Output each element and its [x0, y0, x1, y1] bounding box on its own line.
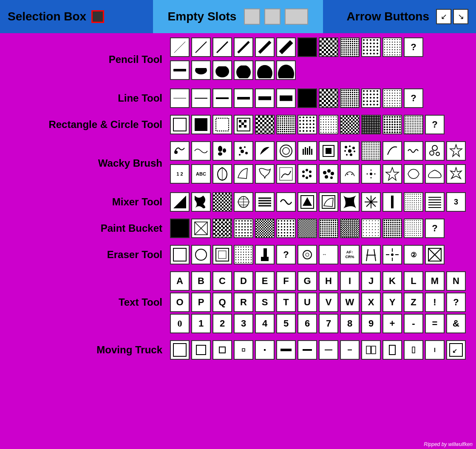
- text-question[interactable]: ?: [446, 293, 466, 312]
- truck-14[interactable]: ↙: [446, 340, 466, 360]
- text-Q[interactable]: Q: [212, 293, 232, 312]
- eraser-3[interactable]: [212, 245, 232, 264]
- text-exclaim[interactable]: !: [425, 293, 445, 312]
- truck-9[interactable]: [340, 340, 360, 360]
- text-P[interactable]: P: [191, 293, 211, 312]
- eraser-8[interactable]: ↔: [319, 245, 338, 264]
- text-0-alt[interactable]: 0: [170, 314, 190, 333]
- rect-fill-dense[interactable]: [276, 115, 296, 134]
- mixer-8[interactable]: [319, 192, 338, 212]
- line-fill-sparse[interactable]: [382, 88, 402, 108]
- pencil-half-5[interactable]: [255, 60, 275, 80]
- wacky-b8[interactable]: [319, 164, 338, 184]
- bucket-solid[interactable]: [170, 219, 190, 238]
- wacky-b5[interactable]: [255, 164, 275, 184]
- truck-1[interactable]: [170, 340, 190, 360]
- line-fill-dense[interactable]: [340, 88, 360, 108]
- rect-fill-sparse2[interactable]: [404, 115, 423, 134]
- text-L[interactable]: L: [404, 271, 423, 291]
- line-fill-question[interactable]: ?: [404, 88, 423, 108]
- text-U[interactable]: U: [298, 293, 317, 312]
- text-T[interactable]: T: [276, 293, 296, 312]
- truck-12[interactable]: [404, 340, 423, 360]
- mixer-4[interactable]: [234, 192, 253, 212]
- wacky-b3[interactable]: [212, 164, 232, 184]
- rect-fill-checker[interactable]: [255, 115, 275, 134]
- line-icon-4[interactable]: [234, 88, 253, 108]
- wacky-b10[interactable]: [361, 164, 381, 184]
- text-3[interactable]: 3: [234, 314, 253, 333]
- bucket-checker[interactable]: [212, 219, 232, 238]
- rect-checker-outline[interactable]: [234, 115, 253, 134]
- mixer-12[interactable]: [404, 192, 423, 212]
- mixer-6[interactable]: [276, 192, 296, 212]
- text-J[interactable]: J: [361, 271, 381, 291]
- mixer-9[interactable]: [340, 192, 360, 212]
- wacky-7[interactable]: [298, 141, 317, 161]
- line-fill-medium[interactable]: [361, 88, 381, 108]
- truck-8[interactable]: [319, 340, 338, 360]
- line-fill-checker[interactable]: [319, 88, 338, 108]
- eraser-12[interactable]: ②: [404, 245, 423, 264]
- text-equals[interactable]: =: [425, 314, 445, 333]
- text-5[interactable]: 5: [276, 314, 296, 333]
- bucket-sparse2[interactable]: [404, 219, 423, 238]
- mixer-10[interactable]: [361, 192, 381, 212]
- wacky-b4[interactable]: [234, 164, 253, 184]
- text-Y[interactable]: Y: [382, 293, 402, 312]
- wacky-b9[interactable]: [340, 164, 360, 184]
- wacky-1[interactable]: [170, 141, 190, 161]
- line-icon-5[interactable]: [255, 88, 275, 108]
- wacky-10[interactable]: [361, 141, 381, 161]
- eraser-7[interactable]: [298, 245, 317, 264]
- pencil-fill-sparse[interactable]: [382, 37, 402, 57]
- bucket-2[interactable]: [191, 219, 211, 238]
- text-V[interactable]: V: [319, 293, 338, 312]
- pencil-icon-1[interactable]: [170, 37, 190, 57]
- text-X[interactable]: X: [361, 293, 381, 312]
- text-6[interactable]: 6: [298, 314, 317, 333]
- pencil-half-4[interactable]: [234, 60, 253, 80]
- text-Z[interactable]: Z: [404, 293, 423, 312]
- arrow-btn-2[interactable]: ↘: [453, 9, 468, 24]
- rect-fill-question[interactable]: ?: [425, 115, 445, 134]
- wacky-5[interactable]: [255, 141, 275, 161]
- text-E[interactable]: E: [255, 271, 275, 291]
- line-icon-3[interactable]: [212, 88, 232, 108]
- wacky-b12[interactable]: [404, 164, 423, 184]
- text-9[interactable]: 9: [361, 314, 381, 333]
- eraser-5[interactable]: [255, 245, 275, 264]
- truck-5[interactable]: [255, 340, 275, 360]
- truck-11[interactable]: [382, 340, 402, 360]
- pencil-icon-5[interactable]: [255, 37, 275, 57]
- wacky-b13[interactable]: [425, 164, 445, 184]
- pencil-icon-6[interactable]: [276, 37, 296, 57]
- text-S[interactable]: S: [255, 293, 275, 312]
- text-H[interactable]: H: [319, 271, 338, 291]
- wacky-12[interactable]: [404, 141, 423, 161]
- wacky-14[interactable]: [446, 141, 466, 161]
- text-B[interactable]: B: [191, 271, 211, 291]
- text-W[interactable]: W: [340, 293, 360, 312]
- wacky-6[interactable]: [276, 141, 296, 161]
- eraser-2[interactable]: [191, 245, 211, 264]
- pencil-icon-3[interactable]: [212, 37, 232, 57]
- text-minus[interactable]: -: [404, 314, 423, 333]
- eraser-10[interactable]: [361, 245, 381, 264]
- pencil-half-2[interactable]: [191, 60, 211, 80]
- text-ampersand[interactable]: &: [446, 314, 466, 333]
- text-A[interactable]: A: [170, 271, 190, 291]
- wacky-b6[interactable]: [276, 164, 296, 184]
- arrow-btn-1[interactable]: ↙: [436, 9, 451, 24]
- eraser-11[interactable]: [382, 245, 402, 264]
- pencil-fill-solid[interactable]: [298, 37, 317, 57]
- bucket-checker3[interactable]: [298, 219, 317, 238]
- mixer-13[interactable]: [425, 192, 445, 212]
- line-icon-6[interactable]: [276, 88, 296, 108]
- line-icon-1[interactable]: [170, 88, 190, 108]
- bucket-sparse[interactable]: [361, 219, 381, 238]
- text-C[interactable]: C: [212, 271, 232, 291]
- text-I[interactable]: I: [340, 271, 360, 291]
- truck-3[interactable]: [212, 340, 232, 360]
- rect-outline[interactable]: [170, 115, 190, 134]
